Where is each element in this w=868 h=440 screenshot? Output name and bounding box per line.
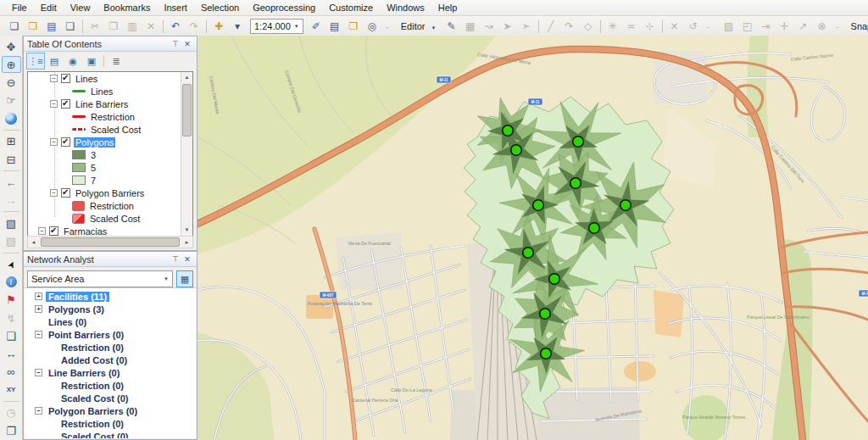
collapse-icon[interactable] [50,189,58,197]
na-item-label[interactable]: Lines (0) [46,317,89,327]
pin-icon[interactable]: ⊤ [170,255,181,264]
na-tree-row[interactable]: Point Barriers (0) [25,328,196,341]
na-tree-row[interactable]: Lines (0) [25,315,196,328]
na-item-label[interactable]: Scaled Cost (0) [58,393,131,404]
menu-help[interactable]: Help [431,1,465,14]
save-button[interactable]: ▤ [42,17,61,35]
na-item-label[interactable]: Polygon Barriers (0) [46,406,140,416]
menu-bookmarks[interactable]: Bookmarks [97,1,157,14]
na-tree-row[interactable]: Facilities (11) [25,290,196,303]
layer-label-selected[interactable]: Polygons [74,137,115,148]
na-tree-row[interactable]: Added Cost (0) [25,354,196,366]
menu-insert[interactable]: Insert [157,1,194,14]
misc-overflow-icon[interactable]: ‥ [832,17,843,35]
scroll-left-icon[interactable]: ◄ [28,240,39,245]
toc-symbol-class5[interactable]: 5 [28,161,192,174]
na-item-label[interactable]: Polygons (3) [46,304,107,315]
collapse-icon[interactable] [50,100,58,108]
na-item-label[interactable]: Restriction (0) [58,381,126,391]
toc-layer-polygons[interactable]: Polygons [28,136,192,148]
edit-tool[interactable]: ✎ [442,17,461,35]
zoom-in-tool[interactable]: ⊕ [2,56,21,73]
list-by-selection-icon[interactable]: ▣ [82,53,101,70]
go-to-xy-tool[interactable]: XY [2,382,21,398]
na-tree-row[interactable]: Line Barriers (0) [25,366,196,379]
collapse-icon[interactable] [50,75,58,82]
na-tree-row[interactable]: Restriction (0) [25,417,196,430]
collapse-icon[interactable] [35,331,42,338]
network-analyst-window-button[interactable]: ▦ [176,270,193,287]
scroll-up-icon[interactable]: ▲ [181,72,192,83]
chevron-down-icon[interactable]: ▼ [160,276,172,281]
na-item-label[interactable]: Facilities (11) [46,292,109,302]
list-by-drawing-order-icon[interactable]: ⋮≡ [26,53,45,70]
pin-icon[interactable]: ⊤ [170,40,181,48]
na-item-label[interactable]: Added Cost (0) [58,355,130,365]
layer-label[interactable]: Lines [74,74,99,84]
toc-options-icon[interactable]: ≣ [107,53,125,70]
back-extent-button[interactable]: ← [2,174,21,191]
viewer-window-tool[interactable]: ❐ [2,422,21,439]
identify-tool[interactable]: i [2,274,21,291]
find-route-tool[interactable]: ⚑ [2,292,21,309]
layer-label[interactable]: Line Barriers [74,99,130,109]
close-icon[interactable]: ✕ [181,255,193,264]
toc-symbol-lines[interactable]: Lines [28,85,192,97]
collapse-icon[interactable] [50,138,58,146]
na-mode-combobox[interactable]: Service Area ▼ [27,270,173,287]
zoom-out-tool[interactable]: ⊖ [2,74,21,91]
collapse-icon[interactable] [35,369,42,376]
open-button[interactable]: ❒ [24,17,42,35]
expand-icon[interactable] [35,292,42,300]
add-data-button[interactable]: ✚ [209,17,228,35]
menu-geoprocessing[interactable]: Geoprocessing [246,1,322,14]
toc-symbol-pb-scaled-cost[interactable]: Scaled Cost [28,212,192,225]
toc-layer-line-barriers[interactable]: Line Barriers [28,97,192,110]
measure-tool[interactable]: ↔ [2,345,21,362]
na-item-label[interactable]: Restriction (0) [58,343,126,353]
snapping-menu-button[interactable]: Snapping [849,21,868,31]
na-item-label[interactable]: Restriction (0) [58,419,126,429]
collapse-icon[interactable] [38,227,46,235]
toolbar-overflow-icon[interactable]: ‥ [381,17,393,35]
layer-checkbox[interactable] [61,74,70,83]
toc-layer-polygon-barriers[interactable]: Polygon Barriers [28,187,192,199]
editor-menu-button[interactable]: Editor ▼ [398,21,442,31]
toc-symbol-restriction[interactable]: Restriction [28,110,192,123]
menu-selection[interactable]: Selection [194,1,246,14]
search-window-button[interactable]: ◎ [363,17,381,35]
menu-file[interactable]: File [5,1,34,14]
chevron-down-icon[interactable]: ▼ [291,24,303,29]
na-tree-row[interactable]: Polygon Barriers (0) [25,404,196,417]
toc-symbol-pb-restriction[interactable]: Restriction [28,199,192,212]
layer-label[interactable]: Farmacias [62,226,108,237]
undo-button[interactable]: ↶ [166,17,185,35]
expand-icon[interactable] [35,305,42,313]
menu-edit[interactable]: Edit [34,1,64,14]
map-canvas[interactable]: Mesa De Fuencarral Federación Madrileña … [198,36,868,440]
continuous-zoom-tool[interactable]: ✥ [2,38,21,55]
add-data-caret-icon[interactable]: ▾ [228,17,247,35]
toc-tree[interactable]: Lines Lines Line Barriers Restriction Sc… [27,71,193,237]
collapse-icon[interactable] [35,407,42,415]
toc-symbol-class7[interactable]: 7 [28,174,192,187]
na-tree-row[interactable]: Polygons (3) [25,303,196,315]
layer-checkbox[interactable] [61,137,70,147]
na-tree-row[interactable]: Restriction (0) [25,379,196,392]
menu-customize[interactable]: Customize [322,1,380,14]
layer-checkbox[interactable] [61,99,70,109]
na-item-label[interactable]: Scaled Cost (0) [58,432,131,439]
pan-tool[interactable]: ☞ [2,92,21,109]
na-tree[interactable]: Facilities (11)Polygons (3)Lines (0)Poin… [25,287,196,438]
toc-symbol-class3[interactable]: 3 [28,148,192,161]
list-by-visibility-icon[interactable]: ◉ [64,53,82,70]
scrollbar-thumb[interactable] [182,84,192,136]
scroll-down-icon[interactable]: ▼ [181,225,192,236]
editor-overflow-icon[interactable]: ‥ [703,17,715,35]
scroll-right-icon[interactable]: ► [181,240,192,245]
list-by-source-icon[interactable]: ▤ [45,53,64,70]
close-icon[interactable]: ✕ [181,40,193,48]
layer-label[interactable]: Polygon Barriers [74,188,146,198]
html-popup-tool[interactable]: ❑ [2,327,21,344]
na-tree-row[interactable]: Scaled Cost (0) [25,430,196,438]
